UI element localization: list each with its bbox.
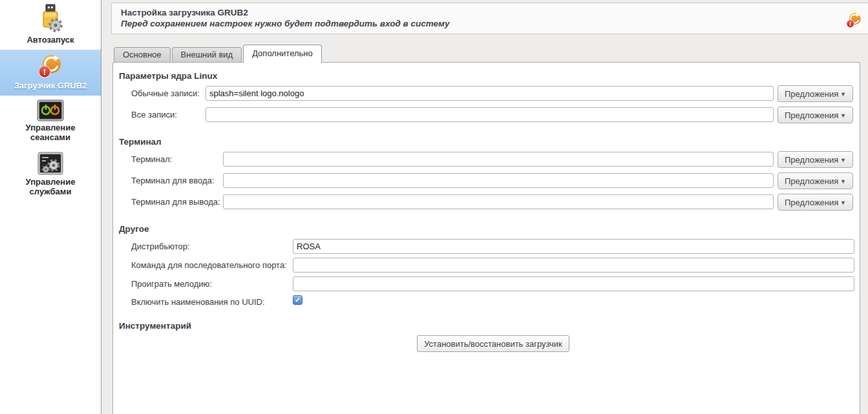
play-tune-input[interactable] bbox=[293, 276, 854, 291]
suggestions-button-label: Предложения bbox=[785, 89, 838, 99]
page-title: Настройка загрузчика GRUB2 bbox=[121, 8, 842, 17]
form-row: Дистрибьютор: bbox=[113, 239, 860, 256]
chevron-down-icon: ▼ bbox=[840, 112, 846, 119]
field-label: Проиграть мелодию: bbox=[131, 279, 212, 289]
suggestions-button[interactable]: Предложения ▼ bbox=[778, 194, 853, 211]
services-icon bbox=[1, 151, 100, 176]
sidebar-item-label: Управление сеансами bbox=[1, 121, 100, 142]
install-restore-bootloader-button[interactable]: Установить/восстановить загрузчик bbox=[417, 335, 569, 352]
suggestions-button-label: Предложения bbox=[785, 198, 838, 207]
checkmark-icon: ✓ bbox=[295, 296, 301, 304]
svg-text:!: ! bbox=[43, 67, 46, 77]
uuid-naming-checkbox[interactable]: ✓ bbox=[293, 295, 302, 305]
terminal-output-input[interactable] bbox=[223, 194, 774, 209]
suggestions-button-label: Предложения bbox=[785, 176, 838, 186]
suggestions-button-label: Предложения bbox=[785, 110, 838, 120]
form-row: Все записи: Предложения ▼ bbox=[113, 107, 860, 124]
chevron-down-icon: ▼ bbox=[840, 90, 846, 98]
chevron-down-icon: ▼ bbox=[840, 178, 846, 185]
form-row: Включить наименования по UUID: ✓ bbox=[113, 295, 860, 311]
field-label: Дистрибьютор: bbox=[131, 242, 190, 251]
tab-bar: Основное Внешний вид Дополнительно bbox=[114, 45, 323, 63]
form-row: Обычные записи: Предложения ▼ bbox=[113, 86, 860, 103]
field-label: Команда для последовательного порта: bbox=[131, 260, 287, 270]
terminal-input[interactable] bbox=[223, 152, 774, 167]
all-entries-input[interactable] bbox=[206, 107, 774, 122]
field-label: Терминал для ввода: bbox=[131, 176, 214, 185]
field-label: Терминал: bbox=[131, 154, 172, 164]
chevron-down-icon: ▼ bbox=[840, 199, 846, 206]
suggestions-button-label: Предложения bbox=[785, 155, 838, 165]
sidebar-item-label: Загрузчик GRUB2 bbox=[1, 79, 100, 90]
form-row: Терминал: Предложения ▼ bbox=[113, 152, 860, 169]
sessions-icon bbox=[1, 99, 100, 121]
sidebar-item-services[interactable]: Управление службами bbox=[0, 147, 101, 202]
terminal-input-input[interactable] bbox=[223, 173, 774, 188]
tab-main[interactable]: Основное bbox=[114, 47, 171, 62]
suggestions-button[interactable]: Предложения ▼ bbox=[778, 151, 853, 168]
header: Настройка загрузчика GRUB2 Перед сохране… bbox=[111, 3, 868, 34]
sidebar-item-autostart[interactable]: Автозапуск bbox=[0, 0, 101, 50]
sidebar-item-sessions[interactable]: Управление сеансами bbox=[0, 96, 101, 147]
form-row: Команда для последовательного порта: bbox=[113, 258, 860, 274]
form-row: Проиграть мелодию: bbox=[113, 276, 860, 293]
sidebar: Автозапуск ! Загрузчик GRUB2 bbox=[0, 0, 101, 414]
distributor-input[interactable] bbox=[293, 239, 854, 254]
field-label: Все записи: bbox=[131, 110, 177, 119]
section-title-other: Другое bbox=[119, 224, 149, 234]
section-title-kernel: Параметры ядра Linux bbox=[119, 71, 217, 81]
suggestions-button[interactable]: Предложения ▼ bbox=[778, 85, 853, 102]
grub2-app-icon[interactable]: ! bbox=[845, 12, 863, 29]
svg-text:!: ! bbox=[849, 21, 851, 27]
page-subtitle: Перед сохранением настроек нужно будет п… bbox=[121, 19, 842, 28]
sidebar-item-label: Управление службами bbox=[1, 176, 100, 196]
normal-entries-input[interactable] bbox=[206, 86, 774, 101]
sidebar-item-grub2[interactable]: ! Загрузчик GRUB2 bbox=[0, 50, 101, 96]
field-label: Обычные записи: bbox=[131, 88, 200, 98]
grub2-icon: ! bbox=[1, 54, 100, 79]
section-title-terminal: Терминал bbox=[119, 137, 162, 147]
form-row: Терминал для вывода: Предложения ▼ bbox=[113, 194, 860, 211]
suggestions-button[interactable]: Предложения ▼ bbox=[778, 107, 853, 123]
autostart-icon bbox=[1, 4, 100, 34]
serial-port-command-input[interactable] bbox=[293, 258, 854, 273]
tab-appearance[interactable]: Внешний вид bbox=[172, 47, 242, 62]
form-row: Терминал для ввода: Предложения ▼ bbox=[113, 173, 860, 190]
tab-advanced[interactable]: Дополнительно bbox=[243, 45, 322, 63]
section-title-tools: Инструментарий bbox=[119, 321, 191, 331]
sidebar-item-label: Автозапуск bbox=[1, 34, 100, 45]
suggestions-button[interactable]: Предложения ▼ bbox=[778, 172, 853, 189]
chevron-down-icon: ▼ bbox=[840, 156, 846, 163]
advanced-tab-panel: Параметры ядра Linux Обычные записи: Пре… bbox=[112, 62, 860, 414]
field-label: Включить наименования по UUID: bbox=[131, 297, 265, 307]
field-label: Терминал для вывода: bbox=[131, 197, 220, 207]
